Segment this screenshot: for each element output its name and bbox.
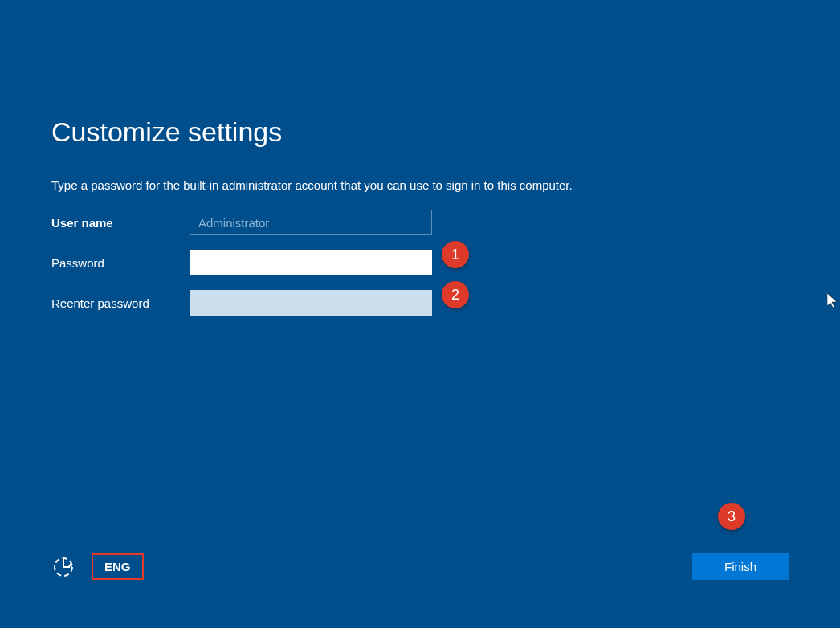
cursor-icon: [827, 293, 840, 312]
reenter-password-input[interactable]: [190, 290, 432, 316]
username-input[interactable]: [190, 210, 432, 235]
bottom-left: ENG: [51, 553, 144, 580]
language-button[interactable]: ENG: [92, 553, 144, 580]
username-row: User name: [51, 210, 789, 235]
password-label: Password: [51, 256, 190, 270]
password-input[interactable]: [190, 250, 432, 275]
finish-button[interactable]: Finish: [692, 553, 789, 580]
username-label: User name: [51, 216, 190, 230]
password-row: Password: [51, 250, 789, 275]
reenter-label: Reenter password: [51, 296, 190, 310]
reenter-row: Reenter password: [51, 290, 789, 316]
annotation-badge-2: 2: [442, 281, 469, 308]
annotation-badge-3: 3: [718, 503, 745, 530]
instruction-text: Type a password for the built-in adminis…: [51, 178, 789, 192]
bottom-bar: ENG Finish: [51, 553, 789, 580]
ease-of-access-icon[interactable]: [51, 555, 75, 579]
annotation-badge-1: 1: [442, 241, 469, 268]
page-title: Customize settings: [51, 116, 789, 148]
